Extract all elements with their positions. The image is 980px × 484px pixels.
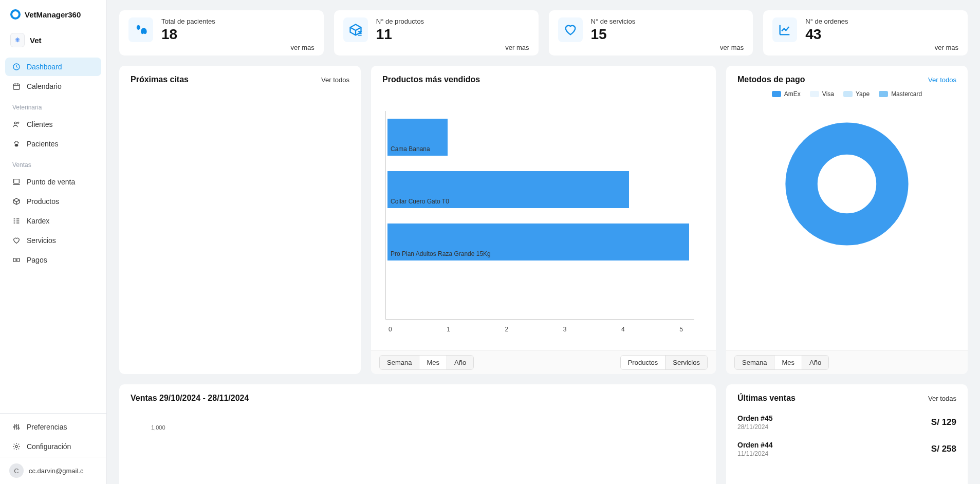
order-amount: S/ 129 [931,417,956,427]
bar-label: Pro Plan Adultos Raza Grande 15Kg [391,250,491,257]
nav-servicios[interactable]: Servicios [5,231,101,250]
nav-label: Pacientes [27,140,58,148]
stat-link[interactable]: ver mas [291,44,315,51]
legend-swatch [879,91,888,97]
seg-ano[interactable]: Año [802,356,828,369]
seg-semana[interactable]: Semana [380,356,419,369]
legend-item: Visa [810,90,834,98]
y-tick: 1,000 [131,409,705,431]
stat-link[interactable]: ver mas [720,44,744,51]
chart-icon [772,17,797,42]
bar-label: Cama Banana [391,145,430,153]
seg-mes[interactable]: Mes [774,356,802,369]
heart-hand-icon [558,17,583,42]
svg-point-4 [14,142,15,144]
seg-ano[interactable]: Año [447,356,473,369]
seg-productos[interactable]: Productos [621,356,666,369]
org-selector[interactable]: ❋ Vet [0,28,106,58]
stat-label: Total de pacientes [161,17,215,25]
svg-point-12 [14,426,15,428]
appointments-card: Próximas citas Ver todos [119,66,361,374]
view-all-link[interactable]: Ver todas [928,395,956,402]
svg-rect-9 [14,179,20,183]
sidebar-bottom: Preferencias Configuración C cc.darvin@g… [0,413,106,484]
nav-preferencias[interactable]: Preferencias [5,418,101,436]
legend: AmExVisaYapeMastercard [772,90,922,98]
calendar-icon [12,82,21,90]
users-icon [12,120,21,128]
nav-label: Calendario [27,82,62,90]
nav-section-sales: Ventas [5,154,101,173]
legend-label: AmEx [784,90,801,98]
pos-icon [12,178,21,186]
legend-item: Mastercard [879,90,922,98]
svg-point-11 [16,259,17,261]
nav-productos[interactable]: Productos [5,192,101,211]
stat-value: 11 [376,26,424,43]
stat-value: 43 [805,26,848,43]
nav-pos[interactable]: Punto de venta [5,173,101,191]
legend-swatch [772,91,781,97]
box-icon [12,197,21,206]
cash-icon [12,256,21,264]
stat-link[interactable]: ver mas [505,44,529,51]
bar: Cama Banana [387,119,448,156]
stat-row: Total de pacientes 18 ver mas N° de prod… [119,10,968,55]
org-badge-icon: ❋ [10,33,25,47]
view-all-link[interactable]: Ver todos [928,76,956,84]
view-all-link[interactable]: Ver todos [321,76,349,84]
nav-clientes[interactable]: Clientes [5,115,101,134]
nav-configuracion[interactable]: Configuración [5,437,101,456]
legend-item: Yape [843,90,870,98]
nav-label: Pagos [27,256,47,264]
nav-pagos[interactable]: Pagos [5,251,101,269]
stat-value: 15 [591,26,636,43]
order-row[interactable]: Orden #4411/11/2024S/ 258 [737,436,956,462]
seg-mes[interactable]: Mes [419,356,447,369]
nav-label: Preferencias [27,423,67,431]
avatar: C [9,463,24,478]
card-title: Ventas 29/10/2024 - 28/11/2024 [131,394,249,403]
x-tick: 0 [389,326,392,333]
nav-pacientes[interactable]: Pacientes [5,135,101,153]
bar-chart: Cama BananaCollar Cuero Gato T0Pro Plan … [382,90,705,350]
svg-point-7 [16,141,17,142]
x-tick: 3 [563,326,567,333]
svg-point-5 [17,142,19,144]
order-date: 28/11/2024 [737,423,772,431]
nav-label: Clientes [27,120,53,128]
order-title: Orden #45 [737,414,772,422]
stat-link[interactable]: ver mas [935,44,958,51]
logo-icon [10,9,21,20]
stat-value: 18 [161,26,215,43]
type-segment: Productos Servicios [620,355,708,370]
user-menu[interactable]: C cc.darvin@gmail.c [0,457,106,484]
top-products-card: Productos más vendidos Cama BananaCollar… [371,66,716,374]
user-email: cc.darvin@gmail.c [29,467,83,475]
legend-swatch [810,91,819,97]
nav-label: Dashboard [27,63,62,71]
bar: Collar Cuero Gato T0 [387,171,629,208]
card-title: Metodos de pago [737,75,805,84]
nav-label: Configuración [27,442,71,451]
org-name: Vet [30,36,42,45]
nav-dashboard[interactable]: Dashboard [5,58,101,76]
period-segment: Semana Mes Año [734,355,829,370]
nav-label: Punto de venta [27,178,75,186]
nav-calendar[interactable]: Calendario [5,77,101,96]
main: Total de pacientes 18 ver mas N° de prod… [107,0,980,484]
seg-semana[interactable]: Semana [735,356,774,369]
nav-label: Productos [27,197,59,206]
svg-point-16 [802,139,893,230]
nav-section-vet: Veterinaria [5,97,101,115]
nav-kardex[interactable]: Kardex [5,212,101,230]
card-title: Próximas citas [131,75,189,84]
gear-icon [12,442,21,451]
seg-servicios[interactable]: Servicios [665,356,707,369]
order-row[interactable]: Orden #4528/11/2024S/ 129 [737,409,956,436]
order-date: 11/11/2024 [737,450,772,457]
svg-point-8 [15,144,19,146]
list-icon [12,217,21,225]
stat-label: N° de ordenes [805,17,848,25]
sliders-icon [12,423,21,431]
